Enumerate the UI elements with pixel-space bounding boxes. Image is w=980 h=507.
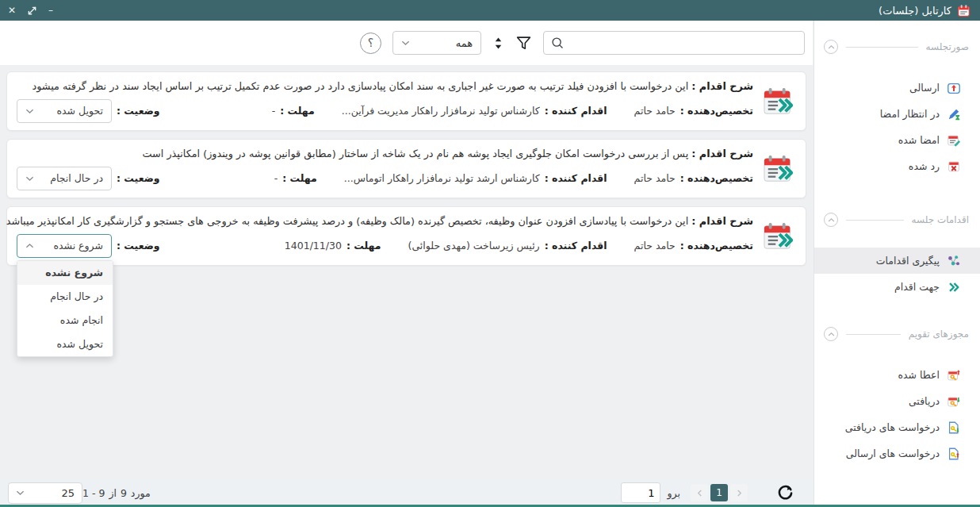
result-range-text: 1 - 9 از 9 مورد [82, 487, 151, 499]
document-key-down-icon [947, 421, 961, 435]
chevron-up-icon [828, 217, 835, 224]
status-group: وضعیت : در حال انجام [17, 167, 160, 190]
window-controls: ✕ – [0, 6, 53, 16]
section-calendar-permits: مجوزهای تقویم [814, 327, 980, 341]
description-text: پس از بررسی درخواست امکان جلوگیری ایجاد … [143, 148, 689, 159]
sort-icon [492, 36, 504, 51]
actor: اقدام کننده :کارشناس ارشد تولید نرمافزار… [344, 172, 607, 184]
page-size-value: 25 [61, 487, 75, 499]
deadline: مهلت :- [272, 105, 315, 117]
action-calendar-icon [763, 86, 796, 117]
app-title: کارتابل (جلسات) [879, 5, 951, 17]
sidebar-item-label: جهت اقدام [894, 281, 940, 293]
description-label: شرح اقدام : [691, 215, 753, 227]
current-page-button[interactable]: 1 [710, 484, 728, 501]
refresh-button[interactable] [777, 485, 794, 501]
sidebar-item-awaiting-signature[interactable]: در انتظار امضا [814, 101, 980, 127]
rejected-icon [947, 159, 961, 174]
description-text: این درخواست با افزودن فیلد ترتیب به صورت… [32, 80, 688, 92]
action-card[interactable]: شرح اقدام : پس از بررسی درخواست امکان جل… [6, 139, 806, 198]
chevron-up-icon [828, 44, 835, 51]
section-label: اقدامات جلسه [912, 214, 969, 225]
prev-page-button[interactable] [691, 484, 708, 501]
status-option[interactable]: شروع نشده [17, 261, 113, 285]
status-option[interactable]: تحویل شده [17, 332, 113, 356]
sidebar-item-received[interactable]: دریافتی [814, 388, 980, 414]
section-minutes: صورتجلسه [814, 40, 980, 54]
sidebar-item-for-action[interactable]: جهت اقدام [814, 274, 980, 300]
minimize-button[interactable]: – [48, 6, 53, 15]
action-card[interactable]: شرح اقدام : این درخواست با افزودن فیلد ت… [6, 71, 806, 131]
assigner: تخصیص‌دهنده :حامد حاتم [634, 240, 753, 252]
status-label: وضعیت : [117, 105, 160, 117]
scope-select[interactable]: همه [392, 31, 481, 55]
minutes-list: ارسالی در انتظار امضا امضا شده رد شده [814, 75, 980, 179]
sidebar-item-label: اعطا شده [898, 369, 940, 381]
calendar-key-down-icon [947, 394, 961, 409]
section-divider [846, 334, 901, 335]
chevron-left-icon [697, 490, 702, 497]
main-area: ؟ همه شرح اقدام : این درخواست با افزودن [0, 21, 813, 507]
sidebar-item-label: ارسالی [909, 82, 940, 94]
collapse-section-button[interactable] [824, 213, 838, 227]
sidebar-item-received-requests[interactable]: درخواست های دریافتی [814, 414, 980, 440]
sidebar-item-follow-up-actions[interactable]: پیگیری اقدامات [814, 248, 980, 274]
chevron-down-icon [25, 175, 34, 182]
refresh-icon [777, 485, 794, 501]
sort-button[interactable] [492, 36, 504, 51]
close-button[interactable]: ✕ [8, 6, 16, 15]
goto-page-input[interactable] [621, 482, 660, 503]
action-calendar-icon [763, 221, 796, 252]
card-meta: تخصیص‌دهنده :حامد حاتم اقدام کننده :کارش… [17, 99, 753, 123]
goto-label: برو [668, 487, 680, 499]
page-size-select[interactable]: 25 [8, 482, 82, 504]
status-value: شروع نشده [53, 240, 103, 252]
status-select[interactable]: تحویل شده [17, 99, 112, 123]
deadline: مهلت :- [274, 172, 317, 184]
card-body: شرح اقدام : پس از بررسی درخواست امکان جل… [17, 148, 753, 190]
status-label: وضعیت : [117, 240, 160, 252]
pager-zone: برو 1 [621, 482, 805, 503]
calendar-icon [957, 4, 970, 17]
sidebar-item-granted[interactable]: اعطا شده [814, 362, 980, 388]
filter-button[interactable] [515, 35, 532, 52]
action-description: شرح اقدام : این درخواست با افزودن فیلد ت… [17, 80, 753, 92]
next-page-button[interactable] [730, 484, 748, 501]
document-key-up-icon [947, 447, 961, 461]
action-card[interactable]: شرح اقدام : این درخواست با پیادسازی افزو… [6, 206, 806, 266]
sidebar-item-signed[interactable]: امضا شده [814, 127, 980, 153]
sidebar-item-rejected[interactable]: رد شده [814, 153, 980, 179]
status-option[interactable]: در حال انجام [17, 285, 113, 309]
chevron-down-icon [16, 490, 25, 496]
filter-icon [515, 35, 532, 52]
section-meeting-actions: اقدامات جلسه [814, 213, 980, 227]
calendar-permits-list: اعطا شده دریافتی درخواست های دریافتی درخ… [814, 362, 980, 467]
toolbar: ؟ همه [0, 21, 813, 65]
card-meta: تخصیص‌دهنده :حامد حاتم اقدام کننده :کارش… [17, 167, 753, 190]
pager: 1 [691, 484, 748, 501]
chevron-right-icon [737, 490, 742, 497]
sidebar-item-sent-requests[interactable]: درخواست های ارسالی [814, 440, 980, 467]
help-button[interactable]: ؟ [360, 33, 381, 54]
sidebar-item-label: امضا شده [898, 134, 940, 146]
meeting-actions-list: پیگیری اقدامات جهت اقدام [814, 248, 980, 300]
titlebar: ✕ – کارتابل (جلسات) [0, 0, 980, 21]
sidebar-item-sent[interactable]: ارسالی [814, 75, 980, 101]
status-value: در حال انجام [50, 172, 103, 184]
double-chevron-icon [947, 280, 961, 294]
status-select[interactable]: شروع نشده [17, 234, 112, 258]
status-value: تحویل شده [56, 105, 103, 117]
search-input[interactable] [569, 32, 798, 54]
sidebar-item-label: درخواست های دریافتی [845, 421, 940, 433]
collapse-section-button[interactable] [824, 327, 838, 341]
chevron-down-icon [401, 40, 410, 46]
maximize-button[interactable] [27, 6, 37, 16]
status-option[interactable]: انجام شده [17, 309, 113, 332]
chevron-down-icon [25, 108, 34, 114]
section-label: صورتجلسه [926, 41, 969, 52]
sidebar-item-label: در انتظار امضا [880, 108, 940, 120]
description-label: شرح اقدام : [691, 80, 753, 92]
collapse-section-button[interactable] [824, 40, 838, 54]
status-select[interactable]: در حال انجام [17, 167, 112, 190]
sidebar-item-label: دریافتی [909, 395, 940, 407]
